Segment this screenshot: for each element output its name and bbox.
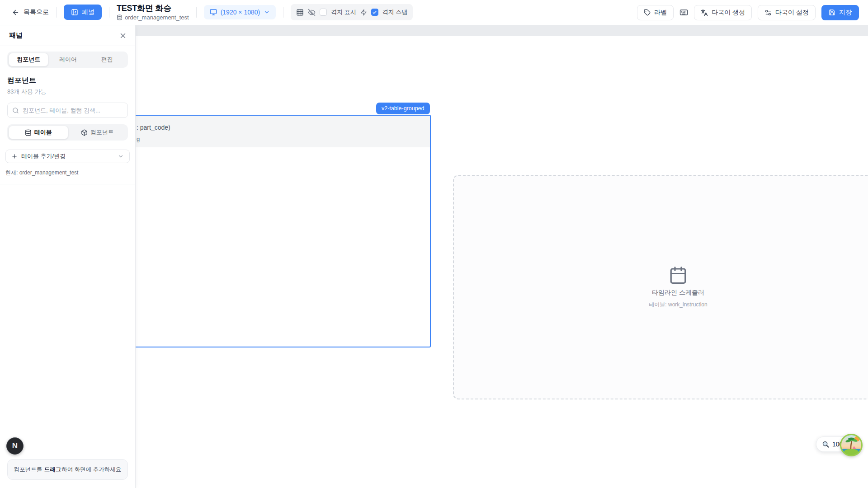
database-icon [25,129,32,136]
i18n-generate-button[interactable]: 다국어 생성 [694,5,752,20]
top-toolbar: 목록으로 패널 TEST화면 화승 order_management_test [0,0,868,25]
drag-hint: 컴포넌트를 드래그하여 화면에 추가하세요 [7,459,128,480]
resolution-selector[interactable]: (868 × 488) [204,5,276,19]
drag-hint-prefix: 컴포넌트를 [14,466,44,473]
panel-left-icon [71,9,78,16]
database-icon [117,14,123,20]
keyboard-icon[interactable] [679,8,688,17]
search-input[interactable] [23,107,123,114]
i18n-generate-text: 다국어 생성 [712,9,745,17]
back-label: 목록으로 [24,8,49,16]
add-table-button[interactable]: 테이블 추가/변경 [5,150,130,163]
divider [109,7,109,18]
arrow-left-icon [12,9,19,16]
selected-table-component[interactable]: v2-table-grouped : part_code) g [90,115,431,347]
panel-title: 패널 [9,31,23,40]
label-button-text: 라벨 [654,9,667,17]
divider [196,7,197,18]
grid-snap-label: 격자 스냅 [382,8,408,16]
grid-show-label: 격자 표시 [331,8,356,16]
mode-component-tab[interactable]: 컴포넌트 [68,126,127,139]
component-header-line1: : part_code) [137,124,170,131]
components-count: 83개 사용 가능 [7,88,128,96]
component-header: : part_code) g [91,116,430,147]
drag-hint-suffix: 하여 화면에 추가하세요 [61,466,121,473]
island-sticker-image[interactable] [840,434,863,456]
add-table-label: 테이블 추가/변경 [21,152,66,160]
dev-tools-badge[interactable]: N [6,437,24,455]
settings-icon [764,9,772,16]
mode-table-label: 테이블 [34,128,52,136]
screen-title: TEST화면 화승 [117,4,189,13]
drag-hint-bold: 드래그 [44,466,61,473]
zap-icon [360,9,367,16]
i18n-settings-text: 다국어 설정 [775,9,809,17]
i18n-settings-button[interactable]: 다국어 설정 [758,5,816,20]
grid-show-checkbox[interactable] [320,9,327,16]
search-icon [12,107,19,114]
plus-icon [11,153,18,160]
tab-layers[interactable]: 레이어 [48,53,87,66]
component-panel: 패널 컴포넌트 레이어 편집 컴포넌트 83개 사용 가능 [0,25,136,488]
tab-edit[interactable]: 편집 [88,53,127,66]
languages-icon [701,9,708,16]
calendar-icon [669,266,688,285]
tab-components[interactable]: 컴포넌트 [9,53,48,66]
panel-divider [0,184,135,184]
component-search[interactable] [7,103,128,118]
source-mode-toggle: 테이블 컴포넌트 [7,124,128,141]
screen-table-ref: order_management_test [125,14,189,21]
grid-icon[interactable] [296,9,304,16]
save-button[interactable]: 저장 [821,5,859,20]
save-button-text: 저장 [839,9,852,17]
chevron-down-icon [118,153,124,160]
divider [283,7,283,18]
panel-toggle-button[interactable]: 패널 [64,5,102,20]
panel-toggle-label: 패널 [82,8,94,16]
divider [56,7,57,18]
save-icon [829,9,835,16]
grid-options-group: 격자 표시 격자 스냅 [291,4,413,20]
box-icon [81,129,88,136]
mode-component-label: 컴포넌트 [90,128,114,136]
label-button[interactable]: 라벨 [637,5,674,20]
current-table-label: 현재: order_management_test [5,169,130,177]
magnifier-icon [822,441,830,448]
tag-icon [644,9,651,16]
component-type-badge: v2-table-grouped [376,103,430,114]
components-section-title: 컴포넌트 [7,76,128,85]
timeline-scheduler-placeholder[interactable]: 타임라인 스케줄러 테이블: work_instruction [453,175,868,399]
chevron-down-icon [264,9,270,15]
placeholder-table-ref: 테이블: work_instruction [649,301,707,309]
mode-table-tab[interactable]: 테이블 [9,126,68,139]
resolution-label: (868 × 488) [221,9,260,16]
screen-builder-app: v2-table-grouped : part_code) g 타임라인 스케줄… [0,0,868,488]
monitor-icon [210,9,217,16]
placeholder-title: 타임라인 스케줄러 [652,289,704,297]
component-header-line2: g [137,136,140,142]
close-icon[interactable] [119,32,127,40]
component-table-divider [91,152,430,152]
grid-snap-checkbox[interactable] [371,9,378,16]
back-to-list-button[interactable]: 목록으로 [12,8,49,16]
panel-tabs: 컴포넌트 레이어 편집 [7,52,128,68]
eye-off-icon[interactable] [308,9,316,16]
